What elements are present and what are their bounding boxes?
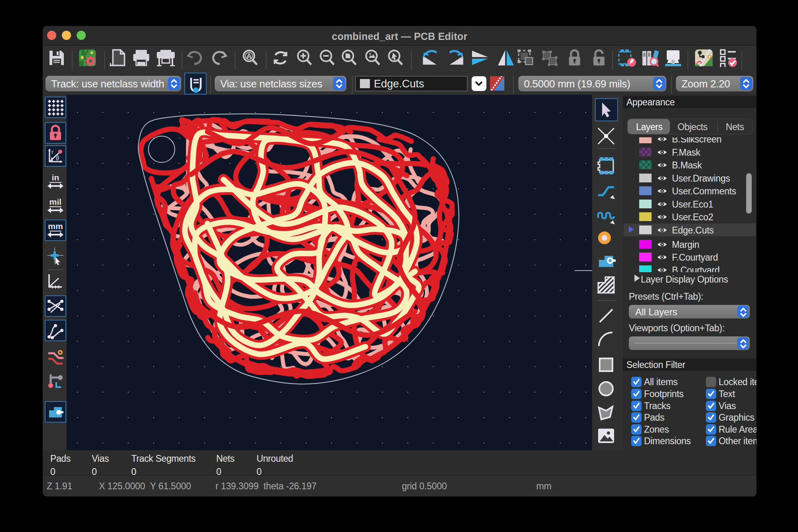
svg-text:mm: mm	[48, 222, 63, 231]
svg-text:θ: θ	[56, 155, 59, 162]
svg-text:in: in	[52, 173, 59, 182]
svg-text:mil: mil	[49, 197, 61, 206]
svg-text:r: r	[51, 149, 53, 155]
